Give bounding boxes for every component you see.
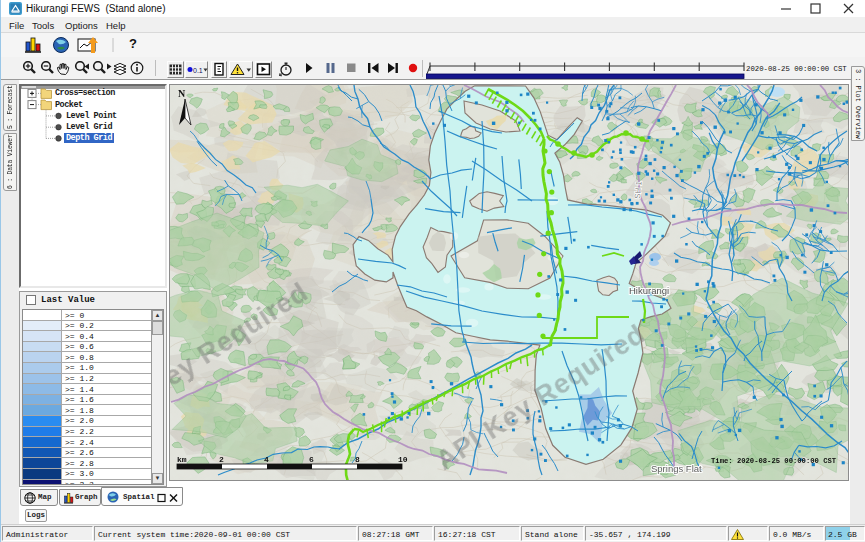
svg-text:SH 1: SH 1 <box>633 180 644 199</box>
svg-text:km: km <box>177 455 187 464</box>
svg-text:Time: 2020-08-25 00:00:00 CST: Time: 2020-08-25 00:00:00 CST <box>711 457 837 465</box>
svg-text:6: 6 <box>309 455 314 464</box>
svg-text:N: N <box>178 88 186 99</box>
svg-text:Springs Flat: Springs Flat <box>651 463 702 474</box>
svg-text:0.1: 0.1 <box>193 67 203 74</box>
svg-text:10: 10 <box>398 455 408 464</box>
svg-text:Hikurangi: Hikurangi <box>629 285 669 296</box>
svg-text:4: 4 <box>264 455 269 464</box>
svg-text:8: 8 <box>355 455 360 464</box>
svg-text:2: 2 <box>219 455 224 464</box>
